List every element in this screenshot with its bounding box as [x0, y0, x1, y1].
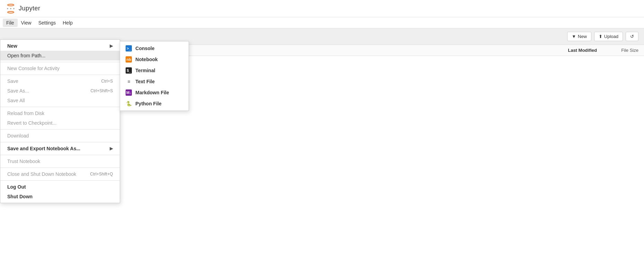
submenu-item-notebook-label: Notebook — [135, 57, 158, 62]
menu-file[interactable]: File — [3, 19, 18, 27]
save-shortcut: Ctrl+S — [101, 79, 113, 84]
menu-item-new-console: New Console for Activity — [0, 64, 120, 73]
menu-help[interactable]: Help — [59, 19, 76, 27]
separator-3 — [0, 107, 120, 107]
menu-item-new-console-label: New Console for Activity — [7, 66, 60, 71]
submenu-item-console[interactable]: >_ Console — [120, 43, 189, 54]
save-as-shortcut: Ctrl+Shift+S — [91, 88, 113, 93]
upload-button[interactable]: ⬆ Upload — [594, 32, 623, 41]
menu-item-save-as: Save As... Ctrl+Shift+S — [0, 86, 120, 96]
submenu-item-python-file[interactable]: 🐍 Python File — [120, 98, 189, 109]
terminal-icon: $_ — [126, 67, 132, 74]
submenu-item-terminal[interactable]: $_ Terminal — [120, 65, 189, 76]
menu-item-trust-label: Trust Notebook — [7, 159, 40, 164]
separator-8 — [0, 180, 120, 181]
submenu-item-notebook[interactable]: nb Notebook — [120, 54, 189, 65]
app-title: Jupyter — [19, 5, 40, 12]
svg-point-2 — [7, 8, 8, 9]
app-header: Jupyter — [0, 0, 644, 17]
console-icon: >_ — [126, 45, 132, 51]
menu-item-save-all-label: Save All — [7, 98, 25, 103]
menu-item-save-export-label: Save and Export Notebook As... — [7, 146, 80, 151]
close-shutdown-shortcut: Ctrl+Shift+Q — [90, 172, 113, 177]
main-area: ▼ New ⬆ Upload ↺ ▲ Last Modified File Si… — [0, 28, 644, 257]
separator-4 — [0, 129, 120, 130]
submenu-item-terminal-label: Terminal — [135, 68, 155, 73]
upload-icon: ⬆ — [599, 34, 602, 39]
notebook-icon: nb — [126, 56, 132, 63]
col-size-header[interactable]: File Size — [597, 48, 638, 53]
python-icon: 🐍 — [126, 101, 132, 107]
menu-item-revert: Revert to Checkpoint... — [0, 118, 120, 128]
chevron-down-icon: ▼ — [572, 34, 576, 39]
app-logo: Jupyter — [6, 3, 40, 14]
menu-item-reload: Reload from Disk — [0, 108, 120, 118]
menu-item-save-export[interactable]: Save and Export Notebook As... ▶ — [0, 144, 120, 153]
menu-item-close-shutdown: Close and Shut Down Notebook Ctrl+Shift+… — [0, 169, 120, 179]
refresh-icon: ↺ — [630, 34, 634, 39]
menu-item-download-label: Download — [7, 133, 29, 139]
submenu-item-markdown-file[interactable]: M↓ Markdown File — [120, 87, 189, 98]
menu-item-new-label: New — [7, 43, 17, 49]
submenu-item-console-label: Console — [135, 46, 154, 51]
upload-button-label: Upload — [604, 34, 618, 39]
file-menu-dropdown: New ▶ >_ Console nb Notebook $_ Terminal… — [0, 39, 120, 203]
col-modified-header[interactable]: Last Modified — [528, 48, 597, 53]
menubar: File View Settings Help — [0, 17, 644, 28]
separator-2 — [0, 75, 120, 75]
separator-7 — [0, 168, 120, 168]
menu-item-new[interactable]: New ▶ >_ Console nb Notebook $_ Terminal… — [0, 41, 120, 51]
menu-item-open-path[interactable]: Open from Path... — [0, 51, 120, 60]
svg-point-3 — [10, 8, 11, 9]
menu-item-trust: Trust Notebook — [0, 156, 120, 166]
new-button[interactable]: ▼ New — [567, 32, 591, 41]
submenu-item-text-file-label: Text File — [135, 79, 155, 84]
submenu-arrow-icon: ▶ — [110, 44, 113, 48]
menu-item-save: Save Ctrl+S — [0, 76, 120, 86]
menu-item-save-as-label: Save As... — [7, 88, 29, 94]
menu-settings[interactable]: Settings — [35, 19, 60, 27]
save-export-arrow-icon: ▶ — [110, 146, 113, 151]
menu-item-close-shutdown-label: Close and Shut Down Notebook — [7, 171, 76, 177]
separator-1 — [0, 62, 120, 62]
textfile-icon: ≡ — [126, 78, 132, 85]
menu-item-reload-label: Reload from Disk — [7, 111, 44, 116]
menu-item-save-all: Save All — [0, 96, 120, 105]
new-submenu: >_ Console nb Notebook $_ Terminal ≡ Tex… — [120, 41, 189, 111]
svg-point-0 — [8, 4, 14, 6]
separator-6 — [0, 155, 120, 155]
menu-item-download: Download — [0, 131, 120, 141]
menu-item-shutdown[interactable]: Shut Down — [0, 192, 120, 201]
menu-item-logout[interactable]: Log Out — [0, 182, 120, 192]
submenu-item-markdown-file-label: Markdown File — [135, 90, 169, 95]
submenu-item-text-file[interactable]: ≡ Text File — [120, 76, 189, 87]
menu-item-shutdown-label: Shut Down — [7, 194, 33, 199]
menu-item-logout-label: Log Out — [7, 184, 26, 190]
svg-point-4 — [13, 8, 15, 9]
menu-item-revert-label: Revert to Checkpoint... — [7, 120, 56, 126]
refresh-button[interactable]: ↺ — [626, 32, 638, 41]
markdown-icon: M↓ — [126, 89, 132, 96]
submenu-item-python-file-label: Python File — [135, 101, 161, 106]
menu-item-open-path-label: Open from Path... — [7, 53, 46, 58]
new-button-label: New — [578, 34, 587, 39]
menu-item-save-label: Save — [7, 78, 18, 84]
svg-point-1 — [8, 11, 14, 13]
menu-view[interactable]: View — [18, 19, 35, 27]
separator-5 — [0, 142, 120, 142]
jupyter-logo-icon — [6, 3, 16, 14]
